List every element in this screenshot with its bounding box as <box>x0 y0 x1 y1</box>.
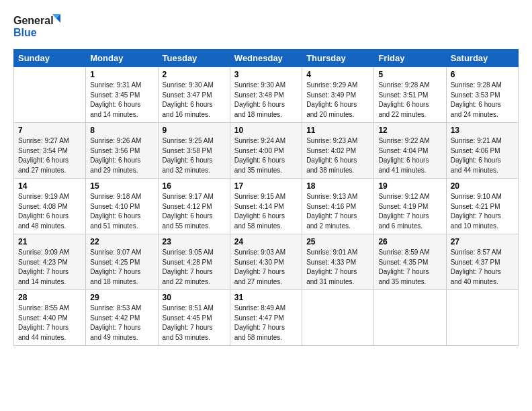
day-number: 27 <box>451 237 514 246</box>
day-number: 3 <box>234 70 298 79</box>
day-header-monday: Monday <box>86 50 158 67</box>
day-number: 14 <box>18 181 81 191</box>
calendar-cell: 31Sunrise: 8:49 AMSunset: 4:47 PMDayligh… <box>230 290 302 346</box>
day-header-friday: Friday <box>374 50 446 67</box>
calendar-cell: 21Sunrise: 9:09 AMSunset: 4:23 PMDayligh… <box>14 234 86 290</box>
day-info: Sunrise: 9:27 AMSunset: 3:54 PMDaylight:… <box>18 136 81 175</box>
day-number: 6 <box>451 70 514 79</box>
day-number: 28 <box>18 293 81 302</box>
day-info: Sunrise: 9:22 AMSunset: 4:04 PMDaylight:… <box>378 136 441 175</box>
calendar-cell <box>14 67 86 123</box>
calendar-cell: 26Sunrise: 8:59 AMSunset: 4:35 PMDayligh… <box>374 234 446 290</box>
calendar-cell: 2Sunrise: 9:30 AMSunset: 3:47 PMDaylight… <box>158 67 230 123</box>
calendar-cell: 6Sunrise: 9:28 AMSunset: 3:53 PMDaylight… <box>446 67 518 123</box>
day-number: 24 <box>234 237 298 246</box>
day-info: Sunrise: 9:15 AMSunset: 4:14 PMDaylight:… <box>234 192 298 231</box>
day-info: Sunrise: 8:49 AMSunset: 4:47 PMDaylight:… <box>234 304 298 342</box>
day-info: Sunrise: 8:53 AMSunset: 4:42 PMDaylight:… <box>90 304 153 342</box>
calendar-cell: 22Sunrise: 9:07 AMSunset: 4:25 PMDayligh… <box>86 234 158 290</box>
calendar-cell <box>374 290 446 346</box>
calendar-cell: 13Sunrise: 9:21 AMSunset: 4:06 PMDayligh… <box>446 123 518 179</box>
calendar-cell: 15Sunrise: 9:18 AMSunset: 4:10 PMDayligh… <box>86 179 158 234</box>
calendar-week-1: 7Sunrise: 9:27 AMSunset: 3:54 PMDaylight… <box>14 123 519 179</box>
page: General Blue SundayMondayTuesdayWednesda… <box>0 0 532 411</box>
day-number: 10 <box>234 126 298 135</box>
day-info: Sunrise: 9:05 AMSunset: 4:28 PMDaylight:… <box>163 248 226 287</box>
day-info: Sunrise: 9:19 AMSunset: 4:08 PMDaylight:… <box>18 192 81 231</box>
svg-text:Blue: Blue <box>13 27 37 38</box>
day-number: 12 <box>378 126 441 135</box>
day-number: 1 <box>90 70 153 79</box>
calendar-cell: 14Sunrise: 9:19 AMSunset: 4:08 PMDayligh… <box>14 179 86 234</box>
day-number: 7 <box>18 126 81 135</box>
calendar-cell: 30Sunrise: 8:51 AMSunset: 4:45 PMDayligh… <box>158 290 230 346</box>
day-number: 17 <box>234 181 298 191</box>
day-info: Sunrise: 9:09 AMSunset: 4:23 PMDaylight:… <box>18 248 81 287</box>
calendar-cell: 16Sunrise: 9:17 AMSunset: 4:12 PMDayligh… <box>158 179 230 234</box>
calendar-cell: 25Sunrise: 9:01 AMSunset: 4:33 PMDayligh… <box>302 234 374 290</box>
day-info: Sunrise: 9:18 AMSunset: 4:10 PMDaylight:… <box>90 192 153 231</box>
calendar-week-4: 28Sunrise: 8:55 AMSunset: 4:40 PMDayligh… <box>14 290 519 346</box>
calendar-cell: 9Sunrise: 9:25 AMSunset: 3:58 PMDaylight… <box>158 123 230 179</box>
calendar-week-2: 14Sunrise: 9:19 AMSunset: 4:08 PMDayligh… <box>14 179 519 234</box>
day-header-sunday: Sunday <box>14 50 86 67</box>
calendar-cell: 29Sunrise: 8:53 AMSunset: 4:42 PMDayligh… <box>86 290 158 346</box>
day-info: Sunrise: 9:10 AMSunset: 4:21 PMDaylight:… <box>451 192 514 231</box>
day-info: Sunrise: 9:03 AMSunset: 4:30 PMDaylight:… <box>234 248 298 287</box>
calendar-cell: 5Sunrise: 9:28 AMSunset: 3:51 PMDaylight… <box>374 67 446 123</box>
day-info: Sunrise: 8:57 AMSunset: 4:37 PMDaylight:… <box>451 248 514 287</box>
day-info: Sunrise: 9:30 AMSunset: 3:47 PMDaylight:… <box>163 81 226 120</box>
day-number: 2 <box>163 70 226 79</box>
day-number: 9 <box>163 126 226 135</box>
calendar-cell: 24Sunrise: 9:03 AMSunset: 4:30 PMDayligh… <box>230 234 302 290</box>
day-info: Sunrise: 9:17 AMSunset: 4:12 PMDaylight:… <box>163 192 226 231</box>
day-info: Sunrise: 9:12 AMSunset: 4:19 PMDaylight:… <box>378 192 441 231</box>
day-info: Sunrise: 9:24 AMSunset: 4:00 PMDaylight:… <box>234 136 298 175</box>
calendar-cell: 28Sunrise: 8:55 AMSunset: 4:40 PMDayligh… <box>14 290 86 346</box>
day-number: 21 <box>18 237 81 246</box>
calendar-cell: 27Sunrise: 8:57 AMSunset: 4:37 PMDayligh… <box>446 234 518 290</box>
day-info: Sunrise: 9:29 AMSunset: 3:49 PMDaylight:… <box>306 81 369 120</box>
calendar-cell <box>302 290 374 346</box>
day-info: Sunrise: 9:13 AMSunset: 4:16 PMDaylight:… <box>306 192 369 231</box>
calendar-week-3: 21Sunrise: 9:09 AMSunset: 4:23 PMDayligh… <box>14 234 519 290</box>
day-number: 13 <box>451 126 514 135</box>
day-info: Sunrise: 9:01 AMSunset: 4:33 PMDaylight:… <box>306 248 369 287</box>
day-info: Sunrise: 8:59 AMSunset: 4:35 PMDaylight:… <box>378 248 441 287</box>
logo: General Blue <box>13 11 60 44</box>
day-info: Sunrise: 9:26 AMSunset: 3:56 PMDaylight:… <box>90 136 153 175</box>
day-number: 5 <box>378 70 441 79</box>
day-info: Sunrise: 8:55 AMSunset: 4:40 PMDaylight:… <box>18 304 81 342</box>
calendar-cell: 7Sunrise: 9:27 AMSunset: 3:54 PMDaylight… <box>14 123 86 179</box>
calendar-cell: 17Sunrise: 9:15 AMSunset: 4:14 PMDayligh… <box>230 179 302 234</box>
day-info: Sunrise: 9:31 AMSunset: 3:45 PMDaylight:… <box>90 81 153 120</box>
calendar-cell: 3Sunrise: 9:30 AMSunset: 3:48 PMDaylight… <box>230 67 302 123</box>
day-info: Sunrise: 9:21 AMSunset: 4:06 PMDaylight:… <box>451 136 514 175</box>
day-number: 15 <box>90 181 153 191</box>
calendar-cell: 18Sunrise: 9:13 AMSunset: 4:16 PMDayligh… <box>302 179 374 234</box>
svg-text:General: General <box>13 15 54 26</box>
calendar-table: SundayMondayTuesdayWednesdayThursdayFrid… <box>13 49 519 346</box>
day-number: 31 <box>234 293 298 302</box>
day-number: 11 <box>306 126 369 135</box>
calendar-cell: 4Sunrise: 9:29 AMSunset: 3:49 PMDaylight… <box>302 67 374 123</box>
day-number: 19 <box>378 181 441 191</box>
day-header-saturday: Saturday <box>446 50 518 67</box>
day-number: 29 <box>90 293 153 302</box>
day-number: 8 <box>90 126 153 135</box>
day-info: Sunrise: 9:25 AMSunset: 3:58 PMDaylight:… <box>163 136 226 175</box>
day-number: 16 <box>163 181 226 191</box>
calendar-cell: 8Sunrise: 9:26 AMSunset: 3:56 PMDaylight… <box>86 123 158 179</box>
calendar-cell: 11Sunrise: 9:23 AMSunset: 4:02 PMDayligh… <box>302 123 374 179</box>
calendar-cell: 23Sunrise: 9:05 AMSunset: 4:28 PMDayligh… <box>158 234 230 290</box>
day-header-thursday: Thursday <box>302 50 374 67</box>
day-info: Sunrise: 8:51 AMSunset: 4:45 PMDaylight:… <box>163 304 226 342</box>
day-info: Sunrise: 9:28 AMSunset: 3:51 PMDaylight:… <box>378 81 441 120</box>
day-number: 22 <box>90 237 153 246</box>
day-info: Sunrise: 9:07 AMSunset: 4:25 PMDaylight:… <box>90 248 153 287</box>
calendar-cell <box>446 290 518 346</box>
calendar-header-row: SundayMondayTuesdayWednesdayThursdayFrid… <box>14 50 519 67</box>
day-number: 18 <box>306 181 369 191</box>
calendar-cell: 1Sunrise: 9:31 AMSunset: 3:45 PMDaylight… <box>86 67 158 123</box>
day-number: 20 <box>451 181 514 191</box>
